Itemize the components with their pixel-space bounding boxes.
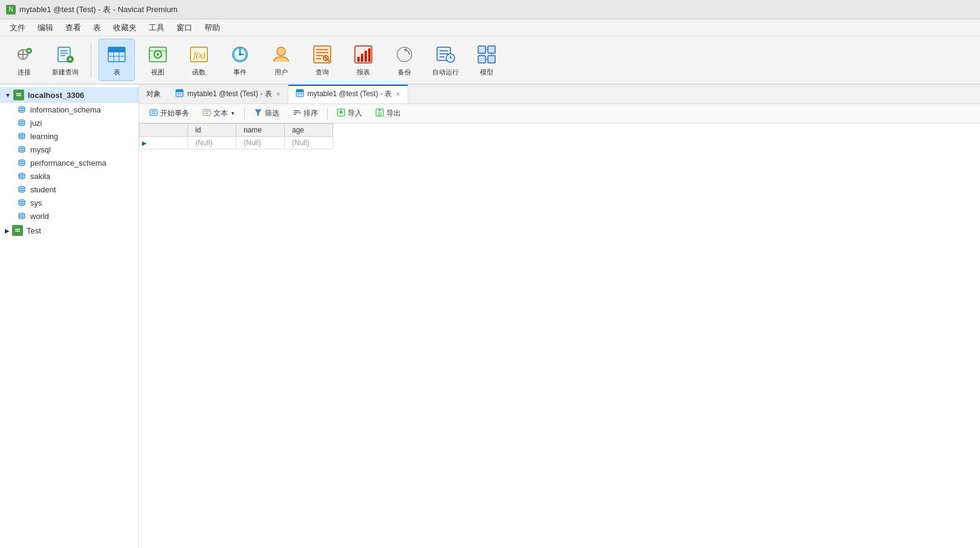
db-name-4: mysql: [30, 145, 51, 154]
new-query-button[interactable]: 新建查询: [47, 39, 83, 81]
menu-edit[interactable]: 编辑: [33, 21, 58, 35]
db-name-5: performance_schema: [30, 158, 106, 168]
menu-help[interactable]: 帮助: [200, 21, 225, 35]
export-label: 导出: [386, 108, 401, 119]
db-sakila[interactable]: sakila: [0, 169, 138, 183]
event-label: 事件: [233, 68, 247, 77]
db-mysql[interactable]: mysql: [0, 143, 138, 156]
begin-transaction-label: 开始事务: [160, 108, 189, 119]
user-icon: [270, 44, 292, 65]
svg-rect-51: [488, 46, 495, 53]
query-label: 查询: [316, 68, 329, 77]
function-button[interactable]: f(x) 函数: [181, 39, 217, 81]
table-tab-1-label: mytable1 @test (Test) - 表: [187, 89, 272, 99]
connect-icon: [13, 44, 35, 65]
filter-button[interactable]: 筛选: [248, 106, 285, 120]
svg-rect-39: [361, 54, 363, 62]
sidebar: ▼ localhost_3306 info: [0, 85, 139, 548]
cell-age[interactable]: (Null): [285, 137, 333, 149]
server-localhost[interactable]: ▼ localhost_3306: [0, 87, 138, 103]
table-button[interactable]: 表: [99, 39, 135, 81]
autorun-button[interactable]: 自动运行: [427, 39, 464, 81]
menu-favorites[interactable]: 收藏夹: [108, 21, 141, 35]
table-tab-2[interactable]: mytable1 @test (Test) - 表 ✕: [288, 85, 409, 103]
db-information-schema[interactable]: information_schema: [0, 103, 138, 116]
db-icon-5: [17, 158, 27, 168]
text-button[interactable]: 文本 ▼: [197, 106, 241, 120]
menu-table[interactable]: 表: [88, 21, 106, 35]
export-button[interactable]: 导出: [370, 106, 406, 120]
window-title: mytable1 @test (Test) - 表 - Navicat Prem…: [19, 4, 178, 15]
server-name: localhost_3306: [28, 91, 84, 100]
toolbar: 连接 新建查询: [0, 36, 980, 85]
function-icon: f(x): [188, 44, 210, 65]
event-button[interactable]: 事件: [222, 39, 258, 81]
menu-tools[interactable]: 工具: [144, 21, 169, 35]
table-tab-2-label: mytable1 @test (Test) - 表: [308, 89, 392, 99]
svg-rect-58: [15, 91, 22, 99]
db-name-7: student: [30, 185, 56, 194]
db-icon-2: [17, 118, 27, 128]
cell-name[interactable]: (Null): [236, 137, 285, 149]
filter-icon: [254, 108, 262, 119]
table-tab-1[interactable]: mytable1 @test (Test) - 表 ✕: [168, 85, 288, 103]
svg-rect-116: [296, 90, 303, 92]
objects-tab[interactable]: 对象: [139, 85, 168, 103]
col-header-id[interactable]: id: [188, 124, 236, 137]
db-name-9: world: [30, 212, 49, 221]
svg-point-21: [157, 53, 159, 56]
text-dropdown-arrow[interactable]: ▼: [230, 111, 235, 116]
sort-label: 排序: [303, 108, 318, 119]
view-button[interactable]: 视图: [140, 39, 176, 81]
db-icon-4: [17, 145, 27, 154]
server2-expand-arrow: ▶: [5, 227, 10, 234]
backup-button[interactable]: 备份: [386, 39, 423, 81]
begin-transaction-button[interactable]: 开始事务: [144, 106, 195, 120]
data-table-area: id name age ▶ (Null) (Null) (Null): [139, 123, 980, 548]
objects-tab-label: 对象: [146, 89, 161, 99]
svg-rect-41: [368, 48, 371, 62]
sort-button[interactable]: 排序: [287, 106, 323, 120]
db-name: information_schema: [30, 105, 101, 114]
db-learning[interactable]: learning: [0, 129, 138, 143]
col-header-name[interactable]: name: [236, 124, 285, 137]
app-icon: N: [6, 5, 16, 15]
text-label: 文本: [213, 108, 228, 119]
autorun-label: 自动运行: [432, 68, 459, 77]
db-name-2: juzi: [30, 119, 42, 128]
svg-rect-106: [14, 227, 21, 234]
view-label: 视图: [151, 68, 164, 77]
model-button[interactable]: 模型: [469, 39, 505, 81]
menu-file[interactable]: 文件: [5, 21, 30, 35]
db-name-6: sakila: [30, 172, 50, 181]
import-button[interactable]: 导入: [331, 106, 368, 120]
db-icon-6: [17, 171, 27, 181]
table-tab-1-icon: [175, 89, 184, 99]
tab-2-close-icon[interactable]: ✕: [395, 91, 400, 97]
connect-button[interactable]: 连接: [6, 39, 42, 81]
table-icon: [106, 44, 128, 65]
server-test[interactable]: ▶ Test: [0, 223, 138, 238]
import-label: 导入: [348, 108, 362, 119]
cell-id[interactable]: (Null): [188, 137, 236, 149]
model-icon: [476, 44, 498, 65]
event-icon: [229, 44, 251, 65]
db-world[interactable]: world: [0, 209, 138, 223]
view-icon: [147, 44, 169, 65]
db-student[interactable]: student: [0, 183, 138, 196]
tab-1-close-icon[interactable]: ✕: [276, 91, 281, 97]
db-performance-schema[interactable]: performance_schema: [0, 156, 138, 169]
menu-window[interactable]: 窗口: [172, 21, 197, 35]
query-button[interactable]: 查询: [304, 39, 340, 81]
col-header-age[interactable]: age: [285, 124, 333, 137]
server2-name: Test: [27, 226, 41, 235]
menu-bar: 文件 编辑 查看 表 收藏夹 工具 窗口 帮助: [0, 19, 980, 36]
user-button[interactable]: 用户: [263, 39, 299, 81]
svg-rect-38: [357, 57, 360, 62]
sort-icon: [293, 108, 301, 119]
report-button[interactable]: 报表: [345, 39, 381, 81]
db-sys[interactable]: sys: [0, 196, 138, 209]
table-row: ▶ (Null) (Null) (Null): [140, 137, 333, 149]
menu-view[interactable]: 查看: [60, 21, 86, 35]
db-juzi[interactable]: juzi: [0, 116, 138, 129]
